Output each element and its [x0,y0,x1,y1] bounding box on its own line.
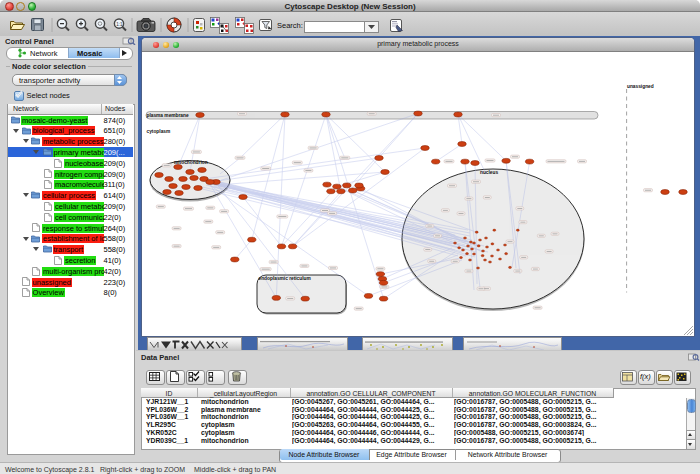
svg-text:unassigned: unassigned [627,84,654,89]
svg-text:mitochondrion: mitochondrion [174,160,208,165]
svg-text:cytoplasm: cytoplasm [147,129,171,134]
svg-text:nucleus: nucleus [480,170,498,175]
svg-text:1:1: 1:1 [116,22,123,27]
svg-text:Search:: Search: [277,21,303,30]
svg-text:plasma membrane: plasma membrane [147,113,189,118]
